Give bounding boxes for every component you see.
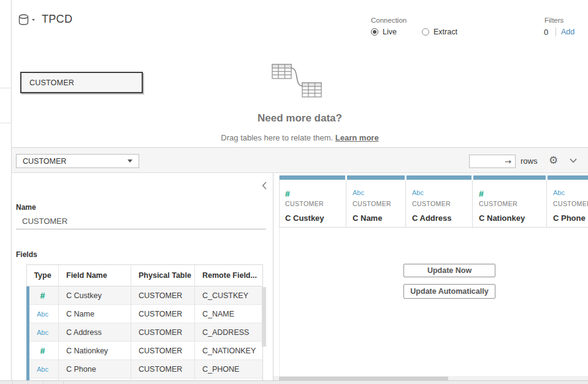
field-name-cell: C Address	[59, 323, 131, 341]
string-type-icon: Abc	[37, 366, 48, 373]
grid-field-name[interactable]: C Address	[412, 213, 452, 223]
empty-state-title: Need more data?	[12, 112, 588, 125]
field-type-cell: #	[27, 286, 59, 304]
table-row[interactable]: Abc C Phone CUSTOMER C_PHONE	[27, 360, 263, 378]
field-type-cell: #	[27, 342, 59, 359]
filters-add-link[interactable]: Add	[561, 28, 575, 36]
number-type-icon: #	[479, 189, 484, 199]
table-name-input[interactable]: CUSTOMER	[16, 213, 266, 229]
strip-divider	[28, 380, 28, 384]
column-accent-bar	[280, 175, 345, 180]
string-type-icon: Abc	[553, 189, 565, 196]
number-type-icon: #	[40, 291, 45, 301]
table-name-value: CUSTOMER	[22, 217, 67, 226]
remote-field-cell: C_NATIONKEY	[195, 342, 263, 359]
remote-field-cell: C_CUSTKEY	[195, 286, 263, 304]
grid-border	[279, 227, 588, 228]
table-row[interactable]: Abc C Address CUSTOMER C_ADDRESS	[27, 323, 263, 342]
rows-limit-input[interactable]: →	[469, 155, 516, 168]
strip-divider	[43, 380, 44, 384]
update-automatically-button[interactable]: Update Automatically	[403, 284, 495, 299]
fields-table: Type Field Name Physical Table Remote Fi…	[26, 264, 263, 384]
strip-divider	[12, 380, 13, 384]
bottom-edge-strip	[0, 380, 588, 384]
grid-field-name[interactable]: C Name	[353, 213, 382, 223]
filters-label: Filters	[544, 17, 563, 24]
string-type-icon: Abc	[353, 189, 364, 196]
table-row[interactable]: # C Custkey CUSTOMER C_CUSTKEY	[27, 286, 263, 305]
vertical-scrollbar[interactable]	[262, 287, 266, 347]
grid-field-name[interactable]: C Phone	[553, 213, 586, 223]
customer-table-node[interactable]: CUSTOMER	[20, 72, 143, 93]
update-now-button[interactable]: Update Now	[403, 264, 495, 277]
live-radio-label: Live	[383, 28, 397, 36]
field-type-cell: Abc	[27, 360, 59, 378]
column-header-remote-field[interactable]: Remote Field...	[195, 265, 263, 286]
grid-border	[279, 175, 280, 228]
radio-unselected-icon	[422, 28, 429, 36]
field-name-cell: C Custkey	[59, 286, 131, 304]
grid-table-caption: CUSTOMER	[353, 200, 391, 207]
database-icon	[20, 15, 28, 25]
physical-table-cell: CUSTOMER	[131, 286, 195, 304]
column-header-type[interactable]: Type	[27, 265, 59, 286]
grid-field-name[interactable]: C Nationkey	[479, 213, 525, 223]
grid-column-header[interactable]: Abc CUSTOMER C Address	[406, 175, 473, 228]
string-type-icon: Abc	[412, 189, 424, 196]
table-select-dropdown[interactable]: CUSTOMER	[16, 154, 139, 168]
field-type-cell: Abc	[27, 305, 59, 323]
connection-extract-radio[interactable]: Extract	[422, 28, 457, 36]
column-accent-bar	[473, 175, 546, 180]
remote-field-cell: C_ADDRESS	[195, 323, 263, 341]
fields-label: Fields	[16, 250, 37, 259]
gutter-divider	[0, 123, 12, 123]
number-type-icon: #	[40, 346, 45, 356]
grid-table-caption: CUSTOMER	[285, 200, 324, 207]
filters-separator	[556, 28, 556, 36]
remote-field-cell: C_PHONE	[195, 360, 263, 378]
table-row[interactable]: # C Nationkey CUSTOMER C_NATIONKEY	[27, 342, 263, 360]
arrow-right-icon[interactable]: →	[505, 157, 511, 166]
table-row[interactable]: Abc C Name CUSTOMER C_NAME	[27, 305, 263, 323]
extract-radio-label: Extract	[433, 28, 457, 36]
fields-table-header: Type Field Name Physical Table Remote Fi…	[27, 265, 263, 286]
field-type-cell: Abc	[27, 323, 59, 341]
radio-selected-icon	[371, 28, 378, 36]
grid-table-caption: CUSTOMER	[412, 200, 451, 207]
grid-field-name[interactable]: C Custkey	[285, 213, 324, 223]
grid-column-header[interactable]: Abc CUSTOMER C Phone	[547, 175, 588, 228]
strip-divider	[63, 380, 64, 384]
learn-more-link[interactable]: Learn more	[335, 133, 379, 142]
column-accent-bar	[407, 175, 472, 180]
grid-column-header[interactable]: # CUSTOMER C Nationkey	[473, 175, 547, 228]
grid-column-header[interactable]: Abc CUSTOMER C Name	[346, 175, 406, 228]
physical-table-cell: CUSTOMER	[131, 305, 195, 323]
grid-border	[279, 228, 280, 377]
chevron-down-icon[interactable]	[570, 158, 577, 163]
connection-label: Connection	[371, 17, 407, 24]
physical-table-cell: CUSTOMER	[131, 323, 195, 341]
connection-live-radio[interactable]: Live	[371, 28, 397, 36]
string-type-icon: Abc	[37, 329, 48, 336]
gear-icon[interactable]: ⚙	[549, 154, 558, 166]
empty-state-subtitle: Drag tables here to relate them. Learn m…	[12, 133, 588, 142]
column-header-field-name[interactable]: Field Name	[59, 265, 131, 286]
column-header-physical-table[interactable]: Physical Table	[131, 265, 195, 286]
empty-state-hint: Drag tables here to relate them.	[221, 133, 333, 142]
gutter-divider	[0, 88, 12, 88]
filters-count: 0	[544, 28, 548, 37]
physical-table-cell: CUSTOMER	[131, 360, 195, 378]
datasource-title[interactable]: TPCD	[42, 13, 72, 26]
grid-table-caption: CUSTOMER	[479, 200, 517, 207]
database-menu[interactable]	[18, 14, 39, 26]
grid-column-header[interactable]: # CUSTOMER C Custkey	[279, 175, 346, 228]
collapse-panel-icon[interactable]	[262, 182, 267, 190]
remote-field-cell: C_NAME	[195, 305, 263, 323]
table-select-value: CUSTOMER	[23, 157, 66, 166]
column-accent-bar	[347, 175, 405, 180]
relate-tables-icon	[267, 61, 324, 101]
string-type-icon: Abc	[37, 310, 48, 318]
database-caret-icon	[32, 19, 35, 21]
field-name-cell: C Name	[59, 305, 131, 323]
number-type-icon: #	[285, 189, 290, 199]
